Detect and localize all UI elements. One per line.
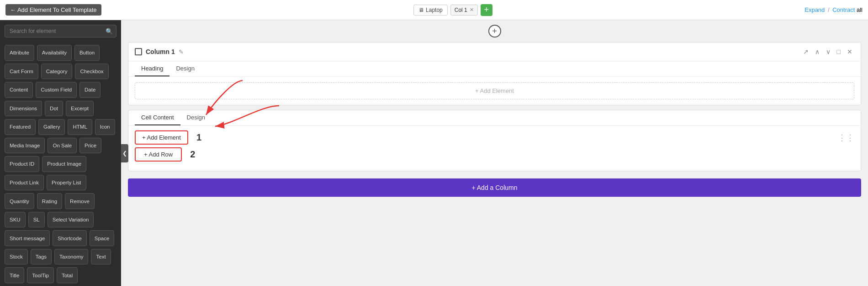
column-panel-header-left: Column 1 ✎ [135,48,184,55]
element-btn-short-message[interactable]: Short message [5,230,50,246]
top-bar: ← Add Element To Cell Template 🖥 Laptop … [0,0,868,20]
separator: / [828,6,830,13]
content-area: + Column 1 ✎ ↗ ∧ ∨ □ ✕ Heading [121,20,868,286]
add-element-button[interactable]: + Add Element [135,130,188,145]
element-btn-total[interactable]: Total [57,267,78,283]
element-btn-dimensions[interactable]: Dimensions [5,101,42,117]
col-tab-close[interactable]: ✕ [470,7,474,13]
device-button[interactable]: 🖥 Laptop [413,5,448,16]
column-duplicate-btn[interactable]: □ [835,47,842,56]
contract-link[interactable]: Contract [832,6,855,13]
column-panel-header: Column 1 ✎ ↗ ∧ ∨ □ ✕ [128,43,861,61]
heading-add-element[interactable]: + Add Element [135,82,854,99]
element-btn-html[interactable]: HTML [68,119,92,135]
top-bar-right: Expand / Contract all [804,6,863,13]
element-btn-space[interactable]: Space [90,230,115,246]
column-panel-title: Column 1 [146,48,175,55]
element-btn-price[interactable]: Price [79,138,101,154]
element-btn-media-image[interactable]: Media Image [5,138,45,154]
element-btn-category[interactable]: Category [41,64,73,80]
element-btn-icon[interactable]: Icon [95,119,115,135]
cell-row-1-left: + Add Element 1 [135,130,201,145]
element-grid: AttributeAvailabilityButtonCart FormCate… [0,42,121,286]
element-btn-sl[interactable]: SL [28,212,45,228]
column-edit-icon[interactable]: ✎ [179,49,184,55]
element-btn-text[interactable]: Text [91,249,111,265]
tab-cell-design[interactable]: Design [180,110,212,125]
cell-row-1: + Add Element 1 ⋮⋮ [135,130,854,145]
tab-cell-content[interactable]: Cell Content [135,110,180,125]
element-btn-dot[interactable]: Dot [45,101,63,117]
device-label: Laptop [426,7,443,13]
grid-icon: ⋮⋮ [838,133,854,143]
main-layout: 🔍 AttributeAvailabilityButtonCart FormCa… [0,20,868,286]
element-btn-sku[interactable]: SKU [5,212,26,228]
label-1: 1 [196,132,201,143]
column-minimize-btn[interactable]: ↗ [801,47,810,56]
column-panel-actions: ↗ ∧ ∨ □ ✕ [801,47,854,56]
add-column-bar[interactable]: + Add a Column [128,178,861,197]
element-btn-attribute[interactable]: Attribute [5,45,34,61]
search-input[interactable] [5,25,116,38]
element-btn-product-image[interactable]: Product Image [42,156,86,172]
element-btn-taxonomy[interactable]: Taxonomy [54,249,88,265]
element-btn-cart-form[interactable]: Cart Form [5,64,38,80]
column-icon [135,48,142,55]
column-panel-tabs: Heading Design [128,61,861,77]
tab-heading[interactable]: Heading [135,61,169,76]
add-column-circle-area: + [128,25,861,38]
element-btn-product-link[interactable]: Product Link [5,175,44,191]
element-btn-stock[interactable]: Stock [5,249,28,265]
element-btn-select-variation[interactable]: Select Variation [48,212,94,228]
cell-panel: Cell Content Design + Add Element 1 ⋮⋮ +… [128,110,861,171]
element-btn-featured[interactable]: Featured [5,119,36,135]
all-text: all [857,6,863,13]
column-close-btn[interactable]: ✕ [845,47,854,56]
add-column-circle-btn[interactable]: + [488,25,501,38]
element-btn-gallery[interactable]: Gallery [38,119,65,135]
back-button[interactable]: ← Add Element To Cell Template [5,4,101,16]
element-btn-property-list[interactable]: Property List [47,175,86,191]
col-tab: Col 1 ✕ [450,5,478,16]
column-expand-btn[interactable]: ∨ [824,47,832,56]
column-collapse-btn[interactable]: ∧ [813,47,821,56]
element-btn-title[interactable]: Title [5,267,24,283]
element-btn-button[interactable]: Button [74,45,100,61]
laptop-icon: 🖥 [418,7,424,13]
element-btn-tooltip[interactable]: ToolTip [27,267,54,283]
element-btn-quantity[interactable]: Quantity [5,193,34,209]
col-tab-label: Col 1 [455,7,467,13]
sidebar: 🔍 AttributeAvailabilityButtonCart FormCa… [0,20,121,286]
cell-row-2-left: + Add Row 2 [135,147,195,162]
element-btn-custom-field[interactable]: Custom Field [36,82,77,98]
cell-row-2: + Add Row 2 [135,147,854,162]
element-btn-availability[interactable]: Availability [37,45,72,61]
element-btn-product-id[interactable]: Product ID [5,156,39,172]
cell-content-area: + Add Element 1 ⋮⋮ + Add Row 2 [128,126,861,171]
element-btn-on-sale[interactable]: On Sale [48,138,77,154]
label-2: 2 [190,149,195,160]
element-btn-shortcode[interactable]: Shortcode [53,230,86,246]
search-icon: 🔍 [106,28,113,35]
cell-panel-tabs: Cell Content Design [128,110,861,126]
element-btn-rating[interactable]: Rating [37,193,62,209]
top-bar-center: 🖥 Laptop Col 1 ✕ + [413,4,492,16]
element-btn-date[interactable]: Date [79,82,101,98]
tab-design[interactable]: Design [169,61,201,76]
column-panel: Column 1 ✎ ↗ ∧ ∨ □ ✕ Heading Design + Ad… [128,42,861,105]
sidebar-collapse-handle[interactable]: ❮ [121,144,128,162]
element-btn-tags[interactable]: Tags [31,249,52,265]
element-btn-excerpt[interactable]: Excerpt [66,101,94,117]
search-box: 🔍 [5,25,116,38]
add-row-button[interactable]: + Add Row [135,147,182,162]
top-bar-left: ← Add Element To Cell Template [5,4,101,16]
element-btn-content[interactable]: Content [5,82,33,98]
element-btn-remove[interactable]: Remove [65,193,95,209]
add-tab-button[interactable]: + [481,4,492,16]
element-btn-checkbox[interactable]: Checkbox [75,64,108,80]
expand-link[interactable]: Expand [804,6,825,13]
